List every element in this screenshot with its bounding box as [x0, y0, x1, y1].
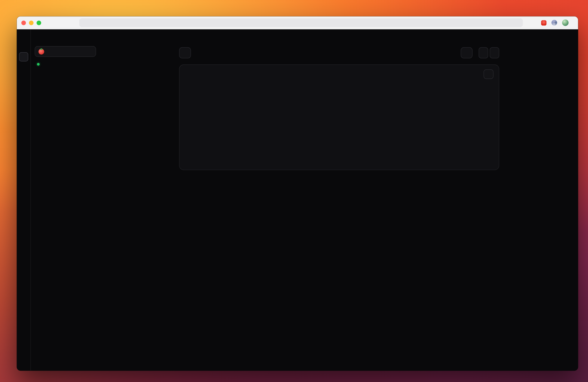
- prev-day-button[interactable]: [478, 47, 488, 58]
- toolbar-actions: [531, 20, 573, 26]
- reload-button[interactable]: [59, 18, 68, 27]
- site-selector[interactable]: [35, 46, 96, 57]
- main-wrap: [100, 42, 578, 371]
- url-bar[interactable]: [79, 18, 523, 27]
- plot-column: [196, 82, 493, 167]
- online-dot: [37, 63, 40, 66]
- extension-gray-icon[interactable]: [551, 20, 557, 25]
- close-window-button[interactable]: [21, 21, 26, 25]
- profile-avatar[interactable]: [562, 20, 568, 26]
- main-chart: [196, 82, 493, 161]
- rybbit-app: [17, 29, 578, 371]
- chart-header: [185, 69, 493, 79]
- minimize-window-button[interactable]: [29, 21, 34, 25]
- controls-row: [179, 47, 499, 58]
- chart-body: [185, 82, 493, 167]
- sidebar: [31, 42, 100, 371]
- site-tile-active[interactable]: [19, 52, 28, 62]
- zoom-window-button[interactable]: [37, 21, 41, 25]
- x-axis-labels: [196, 161, 493, 167]
- date-pager: [478, 47, 499, 58]
- extension-red-icon[interactable]: [541, 20, 546, 25]
- back-button[interactable]: [46, 18, 56, 27]
- bucket-select[interactable]: [483, 69, 493, 79]
- workspace-rail: [17, 29, 31, 371]
- sidebar-toggle-icon[interactable]: [19, 31, 28, 40]
- next-day-button[interactable]: [489, 47, 499, 58]
- content-row: [31, 42, 578, 371]
- main-column: [179, 47, 499, 371]
- online-status: [37, 63, 96, 66]
- main-chart-card: [179, 64, 499, 170]
- browser-window: [17, 16, 578, 371]
- browser-toolbar: [17, 16, 578, 29]
- page-main: [31, 29, 578, 371]
- desktop: [0, 0, 588, 382]
- date-controls: [461, 47, 499, 58]
- filter-button[interactable]: [179, 47, 191, 58]
- y-axis-labels: [185, 82, 196, 167]
- window-controls: [21, 21, 41, 25]
- site-tile[interactable]: [19, 42, 28, 51]
- today-button[interactable]: [461, 47, 472, 58]
- app-header: [31, 29, 578, 42]
- plot-area: [196, 82, 493, 161]
- site-favicon: [39, 48, 44, 54]
